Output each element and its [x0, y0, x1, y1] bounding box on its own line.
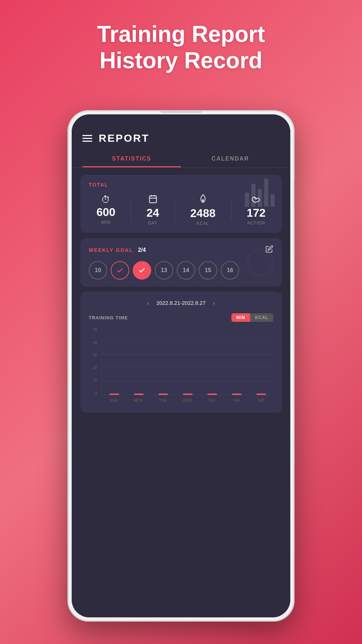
phone-notch	[160, 110, 202, 113]
stat-action-value: 172	[247, 207, 265, 218]
chart-label-text: TRAINING TIME	[89, 315, 128, 320]
day-circle-10[interactable]: 10	[89, 261, 107, 280]
tab-bar: STATISTICS CALENDAR	[72, 151, 290, 168]
stat-kcal-value: 2488	[190, 207, 215, 219]
stat-day-value: 24	[147, 207, 159, 218]
unit-toggle: MIN KCAL	[231, 313, 273, 322]
phone-inner: REPORT STATISTICS CALENDAR TOTAL	[72, 114, 290, 617]
calendar-icon	[148, 194, 158, 205]
stat-kcal-label: KCAL	[197, 221, 209, 226]
date-prev-button[interactable]: ‹	[147, 299, 149, 307]
total-card: TOTAL ⏱ 600 MIN	[80, 175, 282, 233]
y-label-30: 30	[93, 353, 99, 357]
date-range-text: 2022.8.21-2022.8.27	[157, 300, 205, 306]
x-label-tue: TUE	[150, 398, 175, 402]
stat-day: 24 DAY	[147, 194, 159, 226]
y-label-50: 50	[93, 328, 99, 332]
weekly-goal-header: WEEKLY GOAL 2/4	[89, 245, 273, 255]
day-circle-15[interactable]: 15	[199, 261, 217, 280]
hamburger-menu-icon[interactable]	[82, 135, 92, 142]
weekly-goal-title: WEEKLY GOAL	[89, 247, 133, 253]
x-label-thu: THU	[200, 398, 224, 402]
chart-card: ‹ 2022.8.21-2022.8.27 › TRAINING TIME MI…	[80, 292, 282, 413]
chart-bars-area	[102, 328, 273, 395]
stat-min-value: 600	[97, 206, 115, 218]
y-axis-labels: 50 40 30 20 10 0	[89, 328, 99, 395]
app-title: REPORT	[99, 132, 149, 144]
weekly-goal-card: WEEKLY GOAL 2/4 10	[80, 238, 282, 287]
stat-min: ⏱ 600 MIN	[97, 195, 115, 225]
date-next-button[interactable]: ›	[213, 299, 215, 307]
stat-divider-3	[231, 199, 231, 221]
edit-icon[interactable]	[265, 245, 273, 255]
day-circle-14[interactable]: 14	[177, 261, 195, 280]
day-circle-11[interactable]	[111, 261, 129, 280]
weekly-title-group: WEEKLY GOAL 2/4	[89, 247, 146, 253]
y-label-40: 40	[93, 340, 99, 345]
stat-kcal: 2488 KCAL	[190, 194, 215, 226]
day-circle-16[interactable]: 16	[221, 261, 239, 280]
y-label-20: 20	[93, 366, 99, 370]
y-label-10: 10	[93, 378, 99, 382]
unit-kcal-button[interactable]: KCAL	[250, 313, 273, 322]
x-label-sat: SAT	[249, 398, 273, 402]
tab-calendar[interactable]: CALENDAR	[181, 151, 280, 167]
chart-header: TRAINING TIME MIN KCAL	[89, 313, 273, 322]
stat-action-label: ACTION	[247, 221, 265, 226]
x-axis-labels: SUN MON TUE WED THU FRI SAT	[102, 395, 273, 406]
day-circle-13[interactable]: 13	[155, 261, 173, 280]
app-header: REPORT	[72, 114, 290, 151]
tab-statistics[interactable]: STATISTICS	[82, 151, 181, 167]
x-label-mon: MON	[126, 398, 150, 402]
phone-frame: REPORT STATISTICS CALENDAR TOTAL	[67, 110, 295, 622]
svg-rect-0	[149, 196, 157, 203]
watermark-bars	[245, 178, 275, 207]
day-circle-12[interactable]	[133, 261, 151, 280]
day-circles-row: 10 13	[89, 261, 273, 280]
stopwatch-icon: ⏱	[101, 195, 110, 204]
date-navigation: ‹ 2022.8.21-2022.8.27 ›	[89, 299, 273, 307]
stat-divider-2	[175, 199, 175, 221]
weekly-goal-progress: 2/4	[138, 247, 146, 253]
hero-title: Training Report History Record	[0, 21, 362, 74]
unit-min-button[interactable]: MIN	[231, 313, 250, 322]
x-label-sun: SUN	[102, 398, 126, 402]
stat-divider-1	[131, 199, 131, 221]
x-label-fri: FRI	[224, 398, 249, 402]
stat-day-label: DAY	[148, 221, 158, 226]
y-label-0: 0	[95, 391, 99, 395]
phone-side-button	[294, 181, 295, 210]
bar-chart: 50 40 30 20 10 0	[89, 328, 273, 406]
stat-min-label: MIN	[102, 220, 110, 225]
flame-icon	[199, 194, 207, 205]
x-label-wed: WED	[175, 398, 199, 402]
app-content: REPORT STATISTICS CALENDAR TOTAL	[72, 114, 290, 617]
